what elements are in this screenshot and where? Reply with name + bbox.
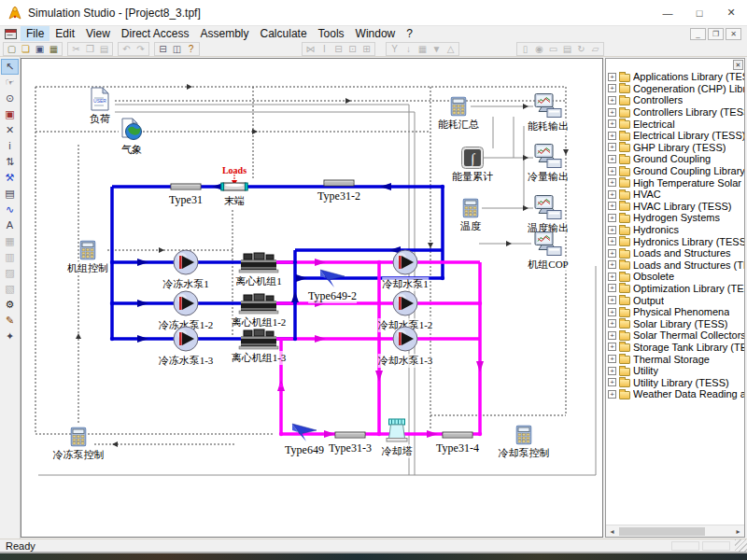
maximize-button[interactable]: □ bbox=[684, 0, 715, 26]
probe-tool[interactable]: ✦ bbox=[2, 329, 18, 343]
cooling-tower-icon[interactable] bbox=[385, 418, 410, 443]
expand-icon[interactable]: + bbox=[608, 202, 616, 210]
expand-icon[interactable]: + bbox=[608, 343, 616, 351]
chiller-1-3-icon[interactable] bbox=[238, 328, 279, 350]
expand-icon[interactable]: + bbox=[608, 108, 616, 117]
menu-assembly[interactable]: Assembly bbox=[195, 26, 255, 41]
chilled-pump-1-icon[interactable] bbox=[172, 248, 200, 276]
expand-icon[interactable]: + bbox=[608, 178, 616, 187]
expand-icon[interactable]: + bbox=[608, 143, 616, 151]
temperature-calc-icon[interactable] bbox=[463, 199, 479, 218]
unit-control-icon[interactable] bbox=[80, 241, 96, 260]
expand-icon[interactable]: + bbox=[608, 155, 616, 163]
menu-window[interactable]: Window bbox=[350, 26, 402, 41]
unit-cop-icon[interactable] bbox=[533, 231, 563, 257]
resize-grip[interactable] bbox=[735, 539, 747, 552]
type31-icon[interactable] bbox=[170, 182, 202, 191]
palette-item-physical-phenomena[interactable]: +Physical Phenomena bbox=[608, 306, 744, 318]
expand-icon[interactable]: + bbox=[608, 167, 616, 175]
palette-item-solar-library-tess[interactable]: +Solar Library (TESS) bbox=[608, 317, 744, 329]
minimize-button[interactable]: — bbox=[652, 0, 684, 26]
diagram-canvas[interactable]: USER负荷气象Type31Loads末端Type31-2机组控制冷冻水泵1冷冻… bbox=[21, 58, 603, 538]
expand-icon[interactable]: + bbox=[608, 119, 616, 128]
palette-item-loads-and-structures-tess[interactable]: +Loads and Structures (TESS) bbox=[608, 259, 744, 272]
energy-output-icon[interactable] bbox=[533, 93, 563, 119]
zoom-extents-tool[interactable]: ▣ bbox=[2, 107, 18, 121]
temperature-output-icon[interactable] bbox=[533, 195, 563, 220]
expand-icon[interactable]: + bbox=[608, 260, 616, 269]
menu-edit[interactable]: Edit bbox=[49, 26, 80, 41]
cooling-pump-control-icon[interactable] bbox=[516, 426, 532, 445]
link-tool[interactable]: ∿ bbox=[2, 203, 18, 217]
palette-item-controllers[interactable]: +Controllers bbox=[608, 94, 744, 106]
palette-item-hydronics[interactable]: +Hydronics bbox=[608, 224, 744, 236]
palette-item-thermal-storage[interactable]: +Thermal Storage bbox=[608, 353, 744, 365]
delete-tool[interactable]: ✕ bbox=[2, 123, 18, 137]
type31-3-icon[interactable] bbox=[334, 430, 366, 440]
expand-icon[interactable]: + bbox=[608, 331, 616, 340]
connect-tool[interactable]: ⇅ bbox=[2, 155, 18, 169]
pan-tool[interactable]: ☞ bbox=[2, 76, 18, 90]
expand-icon[interactable]: + bbox=[608, 355, 616, 363]
palette-item-storage-tank-library-tess[interactable]: +Storage Tank Library (TESS) bbox=[608, 342, 744, 354]
scrollbar-thumb[interactable] bbox=[619, 527, 705, 536]
load-file-icon[interactable]: USER bbox=[90, 87, 110, 111]
palette-item-hvac[interactable]: +HVAC bbox=[608, 189, 744, 201]
info-tool[interactable]: i bbox=[2, 139, 18, 153]
copy-tool[interactable]: ▤ bbox=[2, 187, 18, 201]
palette-item-weather-data-reading-and-process[interactable]: +Weather Data Reading and Process bbox=[608, 388, 744, 400]
terminal-unit-icon[interactable] bbox=[220, 181, 248, 192]
palette-item-utility-library-tess[interactable]: +Utility Library (TESS) bbox=[608, 376, 744, 388]
expand-icon[interactable]: + bbox=[608, 226, 616, 234]
chiller-1-icon[interactable] bbox=[238, 251, 279, 273]
chilled-pump-1-2-icon[interactable] bbox=[172, 289, 200, 317]
palette-item-high-temperature-solar-tess[interactable]: +High Temperature Solar (TESS) bbox=[608, 176, 744, 189]
open-icon[interactable]: ❏ bbox=[19, 43, 33, 55]
settings-tool[interactable]: ⚙ bbox=[2, 298, 18, 312]
scroll-right-icon[interactable]: ▸ bbox=[732, 525, 744, 538]
expand-icon[interactable]: + bbox=[608, 249, 616, 258]
scroll-left-icon[interactable]: ◂ bbox=[606, 525, 618, 538]
save-all-icon[interactable]: ▦ bbox=[47, 43, 61, 55]
document-icon[interactable] bbox=[5, 29, 17, 39]
expand-icon[interactable]: + bbox=[608, 214, 616, 222]
save-icon[interactable]: ▣ bbox=[33, 43, 47, 55]
expand-icon[interactable]: + bbox=[608, 96, 616, 105]
palette-item-hvac-library-tess[interactable]: +HVAC Library (TESS) bbox=[608, 201, 744, 213]
expand-icon[interactable]: + bbox=[608, 284, 616, 292]
palette-item-obsolete[interactable]: +Obsolete bbox=[608, 271, 744, 283]
palette-item-output[interactable]: +Output bbox=[608, 294, 744, 306]
palette-close-button[interactable]: ✕ bbox=[733, 60, 743, 70]
menu-direct-access[interactable]: Direct Access bbox=[116, 26, 195, 41]
palette-item-hydronics-library-tess[interactable]: +Hydronics Library (TESS) bbox=[608, 235, 744, 247]
menu-calculate[interactable]: Calculate bbox=[255, 26, 313, 41]
palette-item-hydrogen-systems[interactable]: +Hydrogen Systems bbox=[608, 212, 744, 224]
expand-icon[interactable]: + bbox=[608, 367, 616, 375]
expand-icon[interactable]: + bbox=[608, 84, 616, 92]
new-icon[interactable]: ▢ bbox=[5, 43, 19, 55]
energy-integrator-icon[interactable]: ∫ bbox=[461, 147, 484, 169]
expand-icon[interactable]: + bbox=[608, 319, 616, 328]
type649-icon[interactable] bbox=[290, 421, 318, 443]
cooling-pump-1-3-icon[interactable] bbox=[391, 325, 419, 353]
chilled-pump-1-3-icon[interactable] bbox=[172, 325, 200, 353]
palette-item-ground-coupling-library-tess[interactable]: +Ground Coupling Library (TESS) bbox=[608, 165, 744, 177]
close-button[interactable]: ✕ bbox=[715, 0, 747, 26]
expand-icon[interactable]: + bbox=[608, 132, 616, 140]
palette-item-electrical[interactable]: +Electrical bbox=[608, 118, 744, 130]
weather-icon[interactable] bbox=[120, 118, 144, 142]
palette-item-applications-library-tess[interactable]: +Applications Library (TESS) bbox=[608, 71, 744, 83]
expand-icon[interactable]: + bbox=[608, 390, 616, 399]
palette-item-solar-thermal-collectors[interactable]: +Solar Thermal Collectors bbox=[608, 329, 744, 342]
print-preview-icon[interactable]: ◫ bbox=[170, 43, 184, 55]
menu-file[interactable]: File bbox=[21, 26, 49, 41]
cooling-pump-1-icon[interactable] bbox=[391, 248, 419, 276]
child-close-button[interactable]: ✕ bbox=[726, 28, 741, 40]
cooling-pump-1-2-icon[interactable] bbox=[391, 289, 419, 317]
type31-4-icon[interactable] bbox=[442, 430, 473, 440]
palette-item-loads-and-structures[interactable]: +Loads and Structures bbox=[608, 247, 744, 259]
chilled-pump-control-icon[interactable] bbox=[71, 427, 87, 447]
print-icon[interactable]: ⊟ bbox=[156, 43, 170, 55]
energy-summary-icon[interactable] bbox=[451, 97, 467, 117]
expand-icon[interactable]: + bbox=[608, 237, 616, 245]
